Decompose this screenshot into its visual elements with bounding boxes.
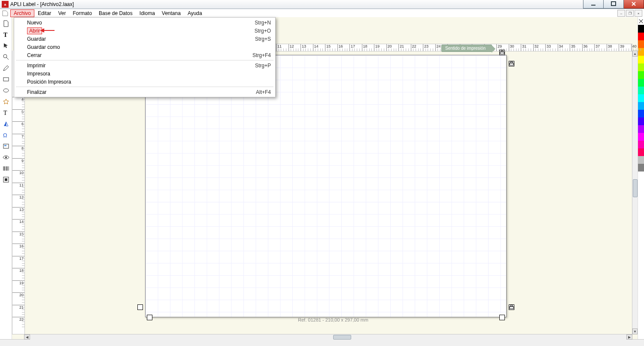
menu-ventana[interactable]: Ventana bbox=[158, 9, 184, 17]
tool-barcode[interactable] bbox=[2, 165, 10, 172]
tool-rectangle[interactable] bbox=[2, 75, 10, 83]
menu-item-label: Impresora bbox=[27, 71, 50, 77]
color-swatch[interactable] bbox=[638, 133, 644, 141]
printer-handle-icon[interactable] bbox=[509, 61, 514, 66]
color-swatch[interactable] bbox=[638, 56, 644, 63]
tool-select-region[interactable] bbox=[2, 176, 10, 184]
maximize-button[interactable] bbox=[604, 0, 624, 9]
tool-text-frame[interactable]: T bbox=[2, 109, 10, 117]
tool-container[interactable] bbox=[2, 142, 10, 150]
color-swatch[interactable] bbox=[638, 125, 644, 133]
menu-item-shortcut: Strg+P bbox=[255, 63, 271, 69]
app-icon: a bbox=[2, 1, 9, 8]
color-swatch[interactable] bbox=[638, 79, 644, 87]
color-swatch[interactable] bbox=[638, 40, 644, 48]
tool-eye[interactable] bbox=[2, 153, 10, 161]
page-info: Ref. 01281 - 210,00 x 297,00 mm bbox=[290, 317, 376, 322]
menu-separator bbox=[16, 87, 273, 87]
color-swatch[interactable] bbox=[638, 117, 644, 125]
menu-item-imprimir[interactable]: ImprimirStrg+P bbox=[14, 61, 275, 69]
menu-item-posición-impresora[interactable]: Posición Impresora bbox=[14, 78, 275, 86]
scroll-up-arrow[interactable]: ▲ bbox=[632, 51, 638, 57]
menu-item-label: Cerrar bbox=[27, 52, 42, 58]
svg-rect-5 bbox=[3, 78, 9, 81]
color-swatch[interactable] bbox=[638, 25, 644, 33]
menu-item-label: Guardar bbox=[27, 36, 46, 42]
horizontal-scrollbar[interactable]: ◀ ▶ bbox=[24, 334, 632, 340]
color-swatch[interactable] bbox=[638, 102, 644, 110]
color-swatch[interactable] bbox=[638, 87, 644, 94]
print-direction-hint: Sentido de impresión bbox=[441, 45, 492, 52]
mdi-controls: – ❐ × bbox=[617, 10, 642, 17]
menu-item-abrir[interactable]: AbrirStrg+O bbox=[14, 27, 275, 35]
vertical-scrollbar[interactable]: ▲ ▼ bbox=[632, 51, 638, 334]
tool-ellipse[interactable] bbox=[2, 87, 10, 94]
window-title: APLI Label - [Archivo2.laax] bbox=[10, 1, 74, 7]
color-swatch[interactable] bbox=[638, 164, 644, 171]
menu-item-cerrar[interactable]: CerrarStrg+F4 bbox=[14, 51, 275, 59]
tool-new-doc[interactable] bbox=[2, 20, 10, 27]
handle-icon[interactable] bbox=[147, 315, 152, 320]
menu-item-shortcut: Strg+S bbox=[255, 36, 271, 42]
menu-item-label: Guardar como bbox=[27, 44, 60, 50]
color-swatch[interactable] bbox=[638, 94, 644, 102]
scroll-down-arrow[interactable]: ▼ bbox=[632, 328, 638, 334]
mdi-close[interactable]: × bbox=[635, 10, 642, 17]
handle-icon[interactable] bbox=[137, 304, 143, 310]
svg-rect-17 bbox=[510, 62, 513, 63]
printer-handle-icon[interactable] bbox=[509, 304, 514, 310]
window-controls bbox=[583, 0, 644, 9]
menu-item-finalizar[interactable]: FinalizarAlt+F4 bbox=[14, 88, 275, 96]
svg-rect-0 bbox=[591, 5, 595, 6]
menu-basedatos[interactable]: Base de Datos bbox=[95, 9, 136, 17]
svg-rect-13 bbox=[5, 178, 7, 181]
hscroll-thumb[interactable] bbox=[333, 335, 351, 340]
menu-archivo[interactable]: Archivo bbox=[10, 9, 34, 17]
handle-icon[interactable] bbox=[499, 315, 505, 320]
color-swatch[interactable] bbox=[638, 148, 644, 156]
color-swatch[interactable] bbox=[638, 63, 644, 71]
menu-item-impresora[interactable]: Impresora bbox=[14, 69, 275, 78]
scroll-right-arrow[interactable]: ▶ bbox=[626, 334, 632, 340]
menubar: Archivo Editar Ver Formato Base de Datos… bbox=[0, 9, 644, 18]
menu-ayuda[interactable]: Ayuda bbox=[184, 9, 206, 17]
tool-pointer[interactable] bbox=[2, 42, 10, 50]
vscroll-thumb[interactable] bbox=[633, 179, 638, 197]
color-swatch[interactable] bbox=[638, 141, 644, 148]
menu-item-label: Finalizar bbox=[27, 89, 46, 95]
tool-flip[interactable] bbox=[2, 120, 10, 128]
tool-text[interactable]: T bbox=[2, 31, 10, 39]
scroll-left-arrow[interactable]: ◀ bbox=[24, 334, 30, 340]
menu-item-guardar-como[interactable]: Guardar como bbox=[14, 43, 275, 51]
titlebar: a APLI Label - [Archivo2.laax] bbox=[0, 0, 644, 9]
menu-item-label: Nuevo bbox=[27, 20, 42, 26]
menu-item-nuevo[interactable]: NuevoStrg+N bbox=[14, 18, 275, 27]
menu-item-guardar[interactable]: GuardarStrg+S bbox=[14, 35, 275, 43]
svg-rect-19 bbox=[510, 305, 513, 307]
archivo-dropdown: NuevoStrg+NAbrirStrg+OGuardarStrg+SGuard… bbox=[14, 17, 276, 97]
close-button[interactable] bbox=[624, 0, 644, 9]
svg-rect-15 bbox=[501, 51, 503, 52]
mdi-minimize[interactable]: – bbox=[617, 10, 625, 17]
color-swatch[interactable] bbox=[638, 110, 644, 117]
menu-formato[interactable]: Formato bbox=[69, 9, 95, 17]
tool-symbol[interactable]: Ω bbox=[2, 131, 10, 139]
menu-item-shortcut: Alt+F4 bbox=[256, 89, 271, 95]
color-swatch[interactable] bbox=[638, 156, 644, 164]
menu-ver[interactable]: Ver bbox=[55, 9, 69, 17]
tool-pencil[interactable] bbox=[2, 64, 10, 72]
menu-idioma[interactable]: Idioma bbox=[136, 9, 158, 17]
swatch-none[interactable] bbox=[638, 17, 644, 25]
color-swatch[interactable] bbox=[638, 71, 644, 79]
tool-shape[interactable] bbox=[2, 98, 10, 105]
tool-zoom[interactable] bbox=[2, 53, 10, 61]
menu-editar[interactable]: Editar bbox=[34, 9, 55, 17]
svg-rect-16 bbox=[510, 63, 513, 65]
printer-handle-icon[interactable] bbox=[499, 50, 505, 55]
color-swatch[interactable] bbox=[638, 33, 644, 40]
mdi-restore[interactable]: ❐ bbox=[626, 10, 634, 17]
doc-menu-icon[interactable] bbox=[2, 10, 9, 17]
highlight-arrow-icon bbox=[40, 27, 55, 33]
svg-point-6 bbox=[3, 89, 9, 92]
minimize-button[interactable] bbox=[583, 0, 604, 9]
